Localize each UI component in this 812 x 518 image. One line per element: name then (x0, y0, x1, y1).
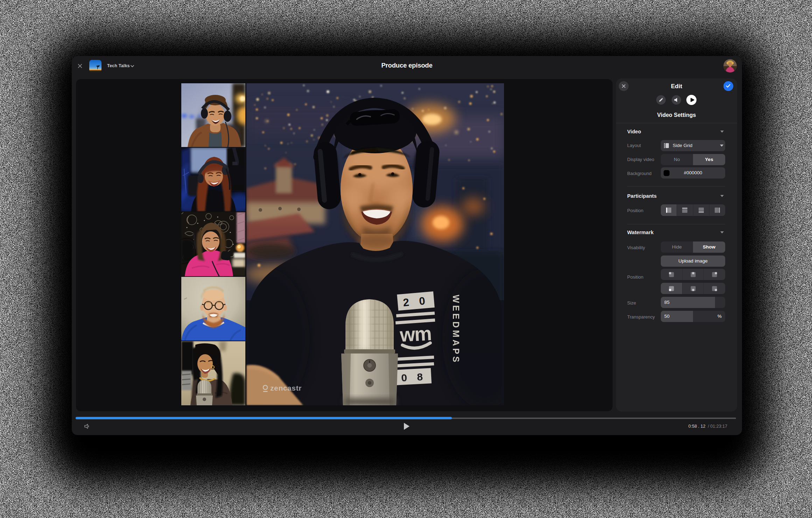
svg-text:0 8: 0 8 (401, 371, 426, 384)
svg-text:2 0: 2 0 (402, 294, 429, 309)
svg-text:zencastr: zencastr (270, 384, 302, 392)
svg-text:WEEDMAPS: WEEDMAPS (451, 295, 461, 364)
svg-text:wm: wm (399, 322, 432, 346)
